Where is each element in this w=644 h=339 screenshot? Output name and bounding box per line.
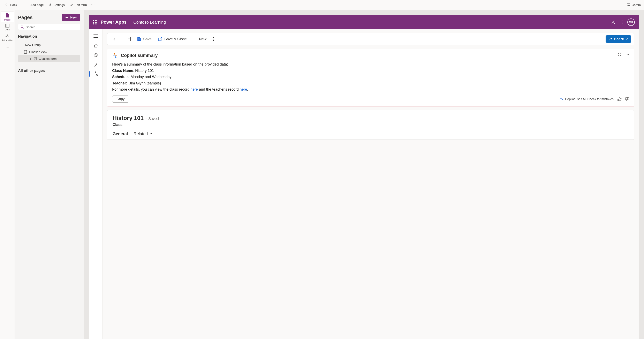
svg-rect-13	[25, 50, 26, 51]
avatar-initials: MP	[629, 20, 633, 24]
copilot-ai-note: Copilot uses AI. Check for mistakes.	[560, 97, 614, 101]
divider	[130, 19, 130, 25]
ellipsis-icon	[5, 46, 10, 48]
preview-canvas: Power Apps Contoso Learning MP	[89, 15, 639, 339]
rail-more[interactable]	[1, 44, 14, 49]
nav-item-classes-view[interactable]: Classes view	[18, 48, 80, 55]
tab-general-label: General	[112, 132, 128, 136]
record-new-button[interactable]: New	[190, 35, 209, 43]
record-header-card: History 101 - Saved Class General Relate…	[107, 110, 634, 140]
record-command-bar: Save Save & Close New	[107, 33, 634, 45]
record-more-button[interactable]	[210, 35, 217, 43]
svg-point-9	[7, 47, 8, 47]
comment-icon	[627, 3, 630, 7]
left-rail: Pages Data Automation	[0, 10, 15, 339]
comments-button[interactable]: Comm	[627, 3, 641, 7]
chevron-down-icon	[626, 38, 628, 40]
add-page-label: Add page	[30, 3, 44, 6]
tab-general[interactable]: General	[112, 132, 128, 138]
pages-search-input[interactable]	[26, 25, 78, 29]
copilot-summary-card: Copilot summary Here's a summary of the …	[107, 49, 634, 106]
preview-main: Save Save & Close New	[102, 30, 639, 339]
more-details-prefix: For more details, you can view the class…	[112, 87, 190, 92]
svg-point-7	[8, 36, 9, 37]
pin-icon	[94, 62, 98, 67]
more-top-button[interactable]	[90, 2, 96, 8]
svg-point-3	[94, 4, 94, 5]
plus-icon	[65, 16, 68, 19]
copy-label: Copy	[116, 97, 125, 101]
ellipsis-vertical-icon	[621, 20, 623, 24]
record-title-text: History 101	[112, 115, 144, 122]
preview-more-button[interactable]	[620, 19, 624, 26]
rail-pages[interactable]: Pages	[1, 12, 14, 22]
settings-button[interactable]: Settings	[47, 2, 67, 8]
svg-point-10	[8, 47, 9, 47]
record-share-button[interactable]: Share	[606, 35, 631, 43]
preview-settings-button[interactable]	[610, 19, 617, 26]
more-details-middle: and the teacher's record	[199, 87, 240, 92]
svg-point-17	[622, 22, 622, 22]
preview-nav-recent[interactable]	[91, 51, 100, 60]
teacher-record-link[interactable]: here	[240, 87, 247, 92]
edit-form-button[interactable]: Edit form	[68, 2, 89, 8]
all-other-pages[interactable]: All other pages	[18, 68, 80, 73]
add-page-button[interactable]: Add page	[24, 2, 46, 8]
chevron-up-icon[interactable]	[626, 52, 630, 57]
clipboard-gear-icon	[94, 72, 98, 76]
record-back-button[interactable]	[110, 35, 119, 43]
back-button[interactable]: Back	[3, 2, 19, 8]
rail-automation[interactable]: Automation	[1, 32, 14, 43]
sparkle-icon	[560, 97, 564, 101]
back-label: Back	[10, 3, 17, 6]
svg-point-18	[622, 23, 622, 24]
copilot-copy-button[interactable]: Copy	[112, 96, 129, 102]
rail-automation-label: Automation	[2, 39, 13, 42]
divider	[122, 36, 122, 42]
preview-nav-pinned[interactable]	[91, 60, 100, 69]
app-launcher-icon[interactable]	[93, 20, 97, 24]
gear-icon	[49, 3, 52, 6]
plus-icon	[26, 3, 29, 6]
preview-nav-toggle[interactable]	[91, 32, 100, 40]
refresh-icon[interactable]	[617, 52, 622, 57]
new-page-button[interactable]: New	[62, 14, 80, 21]
preview-app-name: Power Apps	[101, 20, 126, 25]
arrow-left-icon	[5, 3, 9, 6]
svg-point-25	[213, 37, 214, 38]
record-save-close-button[interactable]: Save & Close	[155, 35, 189, 43]
nav-group-new-group[interactable]: New Group	[18, 42, 80, 48]
preview-nav-classes[interactable]	[91, 70, 100, 78]
preview-env-name: Contoso Learning	[133, 20, 166, 25]
preview-avatar[interactable]: MP	[627, 18, 635, 26]
record-save-button[interactable]: Save	[134, 35, 154, 43]
svg-point-15	[612, 22, 614, 23]
canvas-area: Power Apps Contoso Learning MP	[84, 10, 644, 339]
pages-search[interactable]	[18, 24, 80, 30]
record-open-pane-button[interactable]	[124, 35, 133, 43]
page-icon	[5, 13, 10, 18]
copilot-icon	[112, 52, 118, 58]
copilot-title: Copilot summary	[121, 53, 158, 58]
nav-item-classes-form[interactable]: Classes form	[18, 55, 80, 62]
tab-related[interactable]: Related	[134, 132, 152, 138]
copilot-body: Here's a summary of the class informatio…	[112, 61, 629, 93]
class-record-link[interactable]: here	[190, 87, 198, 92]
pencil-icon	[70, 3, 73, 6]
record-tabs: General Related	[112, 132, 629, 138]
rail-data[interactable]: Data	[1, 22, 14, 32]
svg-point-1	[91, 4, 92, 5]
preview-sidebar	[89, 30, 102, 339]
thumbs-down-icon[interactable]	[625, 97, 629, 101]
teacher-label: Teacher	[112, 81, 126, 85]
thumbs-up-icon[interactable]	[617, 97, 622, 101]
preview-nav-home[interactable]	[91, 41, 100, 50]
svg-rect-12	[24, 50, 27, 54]
ellipsis-vertical-icon	[212, 37, 214, 41]
record-entity-name: Class	[112, 123, 629, 127]
flow-icon	[5, 34, 10, 38]
subitem-arrow-icon	[29, 57, 32, 60]
navigation-title: Navigation	[18, 34, 80, 39]
ellipsis-icon	[91, 3, 95, 6]
list-icon	[19, 43, 23, 47]
